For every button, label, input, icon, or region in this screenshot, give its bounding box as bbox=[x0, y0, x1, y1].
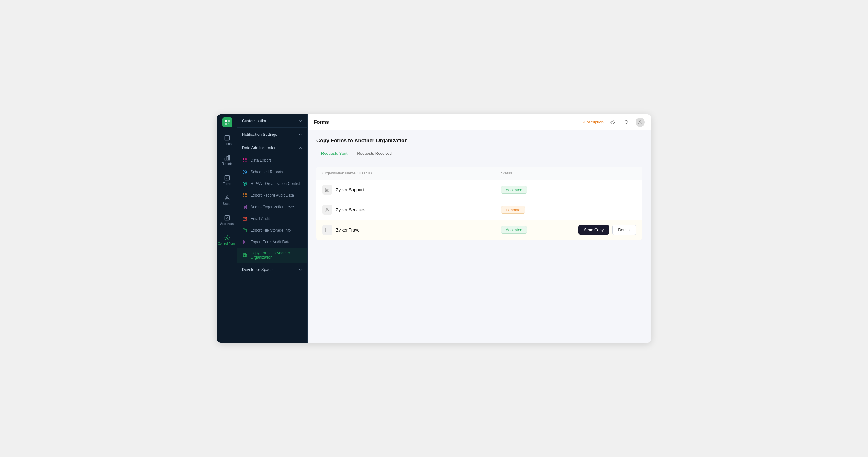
page-tabs: Requests Sent Requests Received bbox=[316, 149, 642, 159]
sidebar-item-copy-forms[interactable]: Copy Forms to Another Organization bbox=[237, 248, 307, 263]
app-logo[interactable] bbox=[217, 114, 237, 130]
svg-rect-27 bbox=[245, 195, 247, 197]
nav-tasks-label: Tasks bbox=[223, 182, 231, 185]
org-cell-2: Zylker Services bbox=[322, 205, 501, 215]
nav-users-label: Users bbox=[223, 202, 231, 206]
top-bar-actions: Subscription bbox=[582, 118, 645, 127]
svg-rect-1 bbox=[227, 120, 230, 122]
app-shell: Forms Reports Tasks Users bbox=[217, 114, 651, 343]
table-row: Zylker Services Pending bbox=[316, 200, 642, 220]
send-copy-button[interactable]: Send Copy bbox=[579, 225, 609, 235]
export-record-audit-icon bbox=[242, 192, 247, 198]
sidebar-item-email-audit[interactable]: Email Audit bbox=[237, 213, 307, 224]
sidebar-data-admin-header[interactable]: Data Administration bbox=[237, 141, 307, 154]
sidebar-item-audit-org-level[interactable]: Audit - Organization Level bbox=[237, 201, 307, 213]
sidebar-section-notification: Notification Settings bbox=[237, 128, 307, 141]
org-cell-1: Zylker Support bbox=[322, 185, 501, 195]
audit-org-label: Audit - Organization Level bbox=[251, 205, 295, 209]
table-row: Zylker Travel Accepted Send Copy Details bbox=[316, 220, 642, 240]
data-admin-label: Data Administration bbox=[242, 146, 277, 150]
sidebar-item-hipaa[interactable]: HIPAA - Organization Control bbox=[237, 178, 307, 189]
svg-rect-9 bbox=[226, 157, 227, 160]
data-export-label: Data Export bbox=[251, 158, 271, 162]
org-name-1: Zylker Support bbox=[336, 187, 364, 192]
row-actions-3: Send Copy Details bbox=[562, 225, 636, 235]
tab-requests-sent[interactable]: Requests Sent bbox=[316, 149, 352, 159]
sidebar-developer-header[interactable]: Developer Space bbox=[237, 263, 307, 276]
content-area: Copy Forms to Another Organization Reque… bbox=[308, 130, 651, 343]
svg-rect-17 bbox=[243, 158, 244, 160]
org-icon-2 bbox=[322, 205, 332, 215]
svg-rect-26 bbox=[243, 195, 244, 197]
copy-forms-icon bbox=[242, 252, 247, 258]
nav-item-reports[interactable]: Reports bbox=[217, 150, 237, 170]
col-actions bbox=[562, 171, 636, 175]
sidebar: Customisation Notification Settings Data… bbox=[237, 114, 308, 343]
svg-rect-10 bbox=[228, 156, 229, 160]
export-form-audit-icon bbox=[242, 239, 247, 245]
hipaa-label: HIPAA - Organization Control bbox=[251, 182, 300, 186]
nav-item-forms[interactable]: Forms bbox=[217, 130, 237, 150]
nav-item-approvals[interactable]: Approvals bbox=[217, 210, 237, 230]
status-cell-2: Pending bbox=[501, 206, 562, 214]
top-bar: Forms Subscription bbox=[308, 114, 651, 130]
details-button[interactable]: Details bbox=[612, 225, 636, 235]
audit-org-icon bbox=[242, 204, 247, 210]
requests-table: Organisation Name / User ID Status bbox=[316, 167, 642, 240]
nav-forms-label: Forms bbox=[223, 142, 231, 146]
svg-rect-25 bbox=[245, 193, 247, 195]
email-audit-label: Email Audit bbox=[251, 216, 270, 221]
megaphone-icon[interactable] bbox=[609, 118, 617, 126]
org-cell-3: Zylker Travel bbox=[322, 225, 501, 235]
sidebar-item-export-record-audit[interactable]: Export Record Audit Data bbox=[237, 189, 307, 201]
status-badge-1: Accepted bbox=[501, 186, 527, 194]
sidebar-item-scheduled-reports[interactable]: Scheduled Reports bbox=[237, 166, 307, 178]
nav-item-control-panel[interactable]: Control Panel bbox=[217, 230, 237, 250]
export-file-storage-label: Export File Storage Info bbox=[251, 228, 291, 233]
svg-rect-8 bbox=[225, 158, 226, 160]
sidebar-item-export-file-storage[interactable]: Export File Storage Info bbox=[237, 224, 307, 236]
data-export-icon bbox=[242, 157, 247, 163]
svg-rect-0 bbox=[225, 120, 227, 122]
app-title: Forms bbox=[314, 119, 329, 125]
main-content: Forms Subscription bbox=[308, 114, 651, 343]
table-header: Organisation Name / User ID Status bbox=[316, 167, 642, 180]
scheduled-reports-label: Scheduled Reports bbox=[251, 170, 283, 174]
customisation-label: Customisation bbox=[242, 119, 267, 123]
scheduled-reports-icon bbox=[242, 169, 247, 175]
tab-requests-received[interactable]: Requests Received bbox=[352, 149, 397, 159]
col-org-name: Organisation Name / User ID bbox=[322, 171, 501, 175]
copy-forms-label: Copy Forms to Another Organization bbox=[251, 251, 303, 260]
page-title: Copy Forms to Another Organization bbox=[316, 138, 642, 144]
bell-icon[interactable] bbox=[622, 118, 631, 126]
subscription-link[interactable]: Subscription bbox=[582, 120, 603, 124]
svg-point-14 bbox=[226, 195, 228, 198]
sidebar-section-data-admin: Data Administration Data Export bbox=[237, 141, 307, 263]
chevron-up-icon bbox=[298, 146, 303, 150]
svg-point-16 bbox=[226, 237, 228, 239]
logo-icon bbox=[222, 117, 232, 127]
status-badge-3: Accepted bbox=[501, 226, 527, 234]
sidebar-item-data-export[interactable]: Data Export bbox=[237, 154, 307, 166]
status-cell-3: Accepted bbox=[501, 226, 562, 234]
nav-item-users[interactable]: Users bbox=[217, 190, 237, 210]
svg-rect-2 bbox=[225, 123, 227, 125]
nav-item-tasks[interactable]: Tasks bbox=[217, 170, 237, 190]
svg-rect-20 bbox=[245, 161, 247, 162]
svg-rect-19 bbox=[243, 161, 244, 162]
nav-control-panel-label: Control Panel bbox=[218, 242, 237, 245]
email-audit-icon bbox=[242, 216, 247, 221]
org-name-2: Zylker Services bbox=[336, 207, 365, 212]
org-name-3: Zylker Travel bbox=[336, 227, 361, 233]
user-avatar[interactable] bbox=[636, 118, 645, 127]
svg-rect-18 bbox=[245, 158, 247, 160]
sidebar-customisation-header[interactable]: Customisation bbox=[237, 114, 307, 127]
notification-label: Notification Settings bbox=[242, 132, 277, 137]
sidebar-notification-header[interactable]: Notification Settings bbox=[237, 128, 307, 141]
org-icon-1 bbox=[322, 185, 332, 195]
sidebar-item-export-form-audit[interactable]: Export Form Audit Data bbox=[237, 236, 307, 248]
col-status: Status bbox=[501, 171, 562, 175]
developer-label: Developer Space bbox=[242, 267, 273, 272]
hipaa-icon bbox=[242, 181, 247, 186]
export-record-audit-label: Export Record Audit Data bbox=[251, 193, 294, 197]
